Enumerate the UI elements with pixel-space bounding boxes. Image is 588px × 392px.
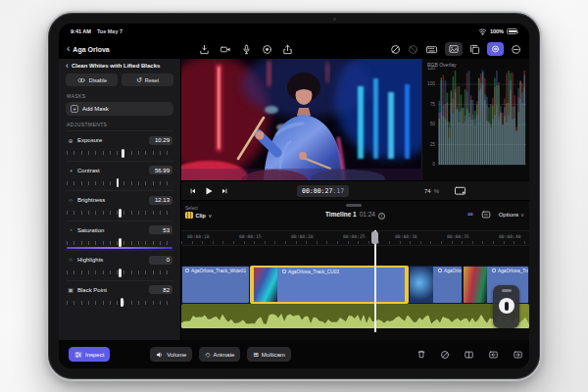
volume-button[interactable]: Volume (150, 347, 192, 362)
capture-tools (199, 44, 293, 55)
contrast-slider[interactable] (67, 178, 172, 187)
frame-browser-icon[interactable] (480, 210, 492, 220)
clip-thumbnail (254, 268, 277, 302)
trash-icon[interactable] (416, 349, 426, 360)
ruler-tick: 00:00:35 (447, 234, 469, 239)
options-menu[interactable]: Options ∨ (499, 212, 524, 218)
skip-forward-icon[interactable] (220, 187, 228, 195)
video-frame (181, 59, 421, 180)
ipad-device: 9:41 AM Tue May 7 100% ‹ Aga Orlova (46, 11, 542, 381)
plus-icon: + (71, 105, 78, 113)
ruler-tick: 00:00:30 (395, 234, 417, 239)
adjustment-highlights: ○ Highlights 0 (66, 250, 173, 280)
viewer-zoom-control[interactable]: 74% (424, 188, 439, 194)
front-camera (333, 18, 336, 21)
chevron-left-icon: ‹ (67, 46, 70, 52)
inspector-back-icon[interactable]: ‹ (66, 63, 69, 69)
grid-icon: ⊞ (253, 351, 258, 359)
saturation-value[interactable]: 53 (149, 225, 172, 234)
jog-wheel[interactable] (493, 285, 519, 328)
timecode-display[interactable]: 00:00:27:17 (297, 185, 349, 197)
highlights-value[interactable]: 0 (149, 256, 172, 265)
audio-waveform (181, 304, 529, 328)
reset-button[interactable]: ↺ Reset (122, 74, 173, 86)
insert-icon[interactable] (488, 350, 499, 360)
brightness-slider[interactable] (67, 209, 172, 218)
timeline[interactable]: Select Clip ∨ Timeline 101:24i ∞ Options (181, 200, 529, 340)
duplicate-icon[interactable] (469, 44, 480, 55)
disable-clip-icon[interactable] (440, 350, 450, 360)
saturation-slider[interactable] (67, 238, 172, 247)
mic-icon[interactable] (241, 44, 252, 55)
battery-percent: 100% (490, 28, 504, 34)
camera-icon[interactable] (220, 44, 231, 55)
media-browser-button[interactable] (445, 42, 463, 56)
brightness-value[interactable]: 12.13 (149, 196, 172, 205)
animate-button[interactable]: ◇ Animate (199, 347, 240, 362)
keyboard-icon[interactable] (425, 44, 438, 55)
black-point-icon: ▣ (67, 286, 74, 293)
video-viewer[interactable] (181, 59, 421, 180)
undo-icon[interactable] (390, 44, 401, 55)
trim-icon[interactable] (464, 350, 474, 360)
import-icon[interactable] (199, 44, 210, 55)
ruler-tick: 00:00:40 (499, 234, 521, 239)
display-icon[interactable] (454, 185, 466, 196)
ruler-tick: 00:00:10 (187, 234, 210, 239)
share-icon[interactable] (282, 44, 293, 55)
contrast-icon: ◑ (67, 168, 74, 173)
highlights-slider[interactable] (67, 269, 172, 277)
project-title: Aga Orlova (73, 46, 109, 53)
exposure-slider[interactable] (67, 149, 172, 158)
transport-bar: 00:00:27:17 74% (181, 180, 529, 200)
timeline-ruler[interactable]: 00:00:10 00:00:15 00:00:20 00:00:25 00:0… (181, 230, 529, 246)
sliders-icon (74, 351, 82, 359)
clip-thumbnail (464, 267, 487, 303)
black-point-value[interactable]: 82 (149, 285, 172, 294)
scopes-button[interactable] (487, 42, 504, 56)
inspect-button[interactable]: Inspect (69, 347, 110, 362)
clip-thumbnail (410, 267, 433, 303)
scope-tick: 50 (425, 122, 435, 126)
scope-tick: 0 (425, 162, 435, 167)
ruler-tick: 00:00:25 (343, 234, 366, 239)
chevron-down-icon: ∨ (520, 212, 524, 218)
exposure-value[interactable]: 10.29 (149, 136, 172, 145)
record-icon[interactable] (262, 44, 272, 55)
playhead-handle[interactable] (371, 231, 378, 244)
playhead[interactable] (374, 230, 376, 332)
scope-tick: 75 (425, 102, 435, 107)
timeline-header: Select Clip ∨ Timeline 101:24i ∞ Options (181, 208, 529, 223)
add-mask-button[interactable]: + Add Mask (66, 102, 173, 116)
adjustment-saturation: ◔ Saturation 53 (66, 220, 173, 251)
black-point-slider[interactable] (67, 298, 172, 307)
exposure-icon: ⊕ (67, 137, 74, 144)
adjustment-exposure: ⊕ Exposure 10.29 (66, 130, 173, 161)
jog-wheel-knob[interactable] (499, 298, 514, 314)
adjustment-contrast: ◑ Contrast 56.99 (66, 161, 173, 191)
contrast-value[interactable]: 56.99 (149, 166, 172, 174)
screen: 9:41 AM Tue May 7 100% ‹ Aga Orlova (59, 24, 529, 368)
bottom-toolbar: Inspect Volume ◇ Animate ⊞ Multicam (59, 340, 529, 368)
saturation-icon: ◔ (67, 227, 74, 233)
clock: 9:41 AM (71, 28, 91, 34)
timeline-clip[interactable]: AgaOrlov… (409, 266, 463, 304)
status-bar: 9:41 AM Tue May 7 100% (59, 24, 529, 39)
remove-icon[interactable] (511, 44, 521, 55)
info-icon[interactable]: i (378, 213, 385, 220)
multicam-button[interactable]: ⊞ Multicam (247, 347, 290, 362)
timeline-clip[interactable]: AgaOrlova_Track_Wide01 (181, 266, 250, 304)
audio-track[interactable] (181, 304, 529, 328)
masks-header: MASKS (67, 93, 173, 99)
ruler-tick: 00:00:15 (239, 234, 262, 239)
overwrite-icon[interactable] (513, 350, 523, 360)
skip-back-icon[interactable] (189, 187, 197, 195)
timeline-clip-selected[interactable]: AgaOrlova_Track_CU03 (250, 266, 409, 304)
connect-loop-icon[interactable]: ∞ (467, 211, 473, 219)
clip-badge-icon (282, 270, 286, 273)
play-icon[interactable] (204, 186, 214, 196)
back-button[interactable]: ‹ Aga Orlova (67, 46, 110, 53)
disable-button[interactable]: Disable (66, 74, 118, 86)
timeline-drag-handle[interactable] (346, 204, 362, 207)
redo-icon[interactable] (408, 44, 418, 55)
